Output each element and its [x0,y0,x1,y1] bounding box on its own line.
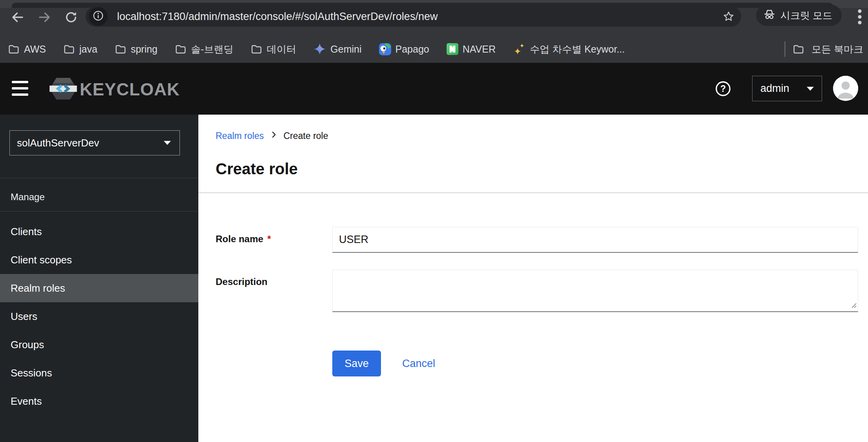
url-text[interactable]: localhost:7180/admin/master/console/#/so… [117,6,438,27]
breadcrumb-link-realm-roles[interactable]: Realm roles [216,131,264,141]
bookmarks-separator [784,41,786,57]
bookmark-label: 수업 차수별 Keywor... [530,43,625,56]
bookmark-item[interactable]: 데이터 [251,43,296,56]
back-arrow-icon [11,19,25,26]
browser-chrome: localhost:7180/admin/master/console/#/so… [0,0,868,63]
bookmark-label: AWS [24,44,46,55]
keycloak-logo[interactable]: KEYCLOAK [48,79,180,100]
bookmark-label: 데이터 [267,43,296,56]
sidebar-item-clients[interactable]: Clients [0,217,198,246]
bookmark-item[interactable]: Papago [379,43,429,55]
papago-icon [379,43,391,55]
brand-text: KEYCLOAK [80,80,180,99]
breadcrumb-current: Create role [284,131,328,141]
bookmark-item[interactable]: Gemini [313,43,361,55]
bookmarks-bar: AWSjavaspring솔-브랜딩데이터GeminiPapagoNAVER수업… [0,36,868,62]
svg-text:?: ? [720,84,726,94]
bookmark-item[interactable]: java [63,43,97,55]
reload-button[interactable] [64,10,78,24]
star-icon [722,10,735,23]
sidebar-item-groups[interactable]: Groups [0,331,198,359]
realm-name: solAuthServerDev [17,137,99,149]
all-bookmarks-folder-icon [793,43,804,55]
incognito-icon [763,8,776,22]
help-icon: ? [714,80,732,98]
sidebar-item-client-scopes[interactable]: Client scopes [0,246,198,274]
header-divider [198,192,868,193]
incognito-badge: 시크릿 모드 [756,5,842,26]
folder-icon [175,43,187,55]
bookmark-item[interactable]: 수업 차수별 Keywor... [513,43,625,56]
description-label: Description [216,276,267,287]
bookmark-label: Papago [396,44,429,55]
breadcrumb: Realm roles Create role [216,130,328,141]
sidebar-item-realm-roles[interactable]: Realm roles [0,274,198,302]
chevron-down-icon [164,141,171,145]
user-menu-dropdown[interactable]: admin [752,76,822,101]
sidebar-item-users[interactable]: Users [0,302,198,331]
bookmark-label: java [79,44,97,55]
person-icon [833,76,858,101]
keycloak-masthead: KEYCLOAK ? admin [0,63,868,115]
bookmark-label: Gemini [330,44,361,55]
forward-arrow-icon [37,19,51,26]
forward-button[interactable] [37,10,51,24]
page-title: Create role [216,160,298,178]
sidebar-item-sessions[interactable]: Sessions [0,359,198,387]
address-bar[interactable]: localhost:7180/admin/master/console/#/so… [86,6,741,27]
bookmark-label: NAVER [463,44,496,55]
realm-selector-dropdown[interactable]: solAuthServerDev [9,130,180,155]
chevron-down-icon [807,87,814,91]
info-icon [92,10,104,23]
bookmark-item[interactable]: spring [115,43,157,55]
role-name-input[interactable] [332,227,858,253]
naver-icon [447,43,458,55]
username-label: admin [760,82,789,95]
sidebar-divider [0,211,198,212]
folder-icon [63,43,75,55]
hamburger-icon [12,81,28,83]
save-button[interactable]: Save [332,351,381,376]
main-content: Realm roles Create role Create role Role… [198,115,868,442]
site-info-chip[interactable] [89,7,108,26]
resize-grip-icon[interactable] [851,302,857,310]
chevron-right-icon [269,130,278,141]
sidebar: solAuthServerDev Manage ClientsClient sc… [0,115,198,442]
keycloak-hexagon-icon [48,77,78,102]
role-name-label: Role name* [216,234,271,245]
bookmarks-list: AWSjavaspring솔-브랜딩데이터GeminiPapagoNAVER수업… [8,43,625,56]
folder-icon [251,43,262,55]
folder-icon [115,43,126,55]
sidebar-nav: ClientsClient scopesRealm rolesUsersGrou… [0,217,198,415]
required-marker: * [267,234,271,244]
avatar [833,76,858,101]
bookmark-item[interactable]: NAVER [447,43,496,55]
sparkles-icon [513,43,526,55]
bookmarks-bar-right: 모든 북마크 [784,36,863,62]
nav-section-label: Manage [11,192,45,203]
description-textarea[interactable] [332,270,858,312]
kebab-icon [855,7,865,27]
bookmark-label: spring [131,44,157,55]
browser-menu-button[interactable] [855,7,865,27]
help-button[interactable]: ? [714,80,732,98]
folder-icon [8,43,20,55]
gemini-icon [313,43,326,55]
nav-toggle-button[interactable] [12,81,28,96]
incognito-label: 시크릿 모드 [780,9,832,22]
reload-icon [64,19,78,26]
sidebar-item-events[interactable]: Events [0,387,198,415]
description-field-wrap [332,270,858,312]
back-button[interactable] [11,10,25,24]
all-bookmarks-label[interactable]: 모든 북마크 [811,43,863,56]
screen: localhost:7180/admin/master/console/#/so… [0,0,868,442]
bookmark-label: 솔-브랜딩 [191,43,233,56]
cancel-link[interactable]: Cancel [402,351,435,376]
sidebar-divider [0,178,198,178]
bookmark-item[interactable]: 솔-브랜딩 [175,43,233,56]
bookmark-item[interactable]: AWS [8,43,46,55]
bookmark-star-button[interactable] [722,10,735,24]
